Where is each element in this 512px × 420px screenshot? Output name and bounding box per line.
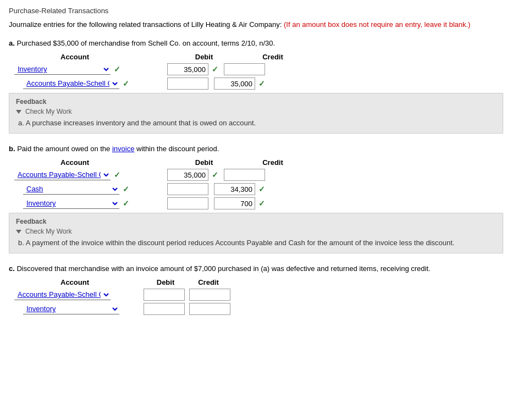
section-a-label: a. Purchased $35,000 of merchandise from… [9, 38, 503, 49]
debit-wrap-b1: ✓ [167, 169, 218, 181]
credit-input-b3[interactable] [214, 197, 255, 209]
credit-wrap-a2: ✓ [214, 78, 265, 90]
row-b-1: Accounts Payable-Schell Co. ✓ ✓ [14, 169, 503, 181]
row-c-2: Inventory [14, 303, 503, 315]
account-select-a2[interactable]: Accounts Payable-Schell Co. [23, 78, 119, 89]
account-select-c1[interactable]: Accounts Payable-Schell Co. [14, 289, 111, 300]
header-account-c: Account [14, 278, 135, 286]
feedback-title-a: Feedback [16, 98, 496, 106]
account-select-wrap-b1: Accounts Payable-Schell Co. ✓ [14, 169, 130, 180]
debit-input-b1[interactable] [167, 169, 208, 181]
debit-input-a2[interactable] [167, 78, 208, 90]
account-check-b1: ✓ [114, 170, 120, 179]
section-b-label: b. Paid the amount owed on the invoice w… [9, 143, 503, 154]
triangle-icon-a [16, 110, 21, 114]
row-b-3: Inventory ✓ ✓ [14, 197, 503, 209]
debit-wrap-a1: ✓ [167, 63, 218, 75]
account-select-a1[interactable]: Inventory [14, 64, 111, 75]
debit-wrap-c1 [144, 289, 185, 301]
invoice-link: invoice [112, 145, 134, 153]
credit-input-a2[interactable] [214, 78, 255, 90]
debit-wrap-b2 [167, 183, 208, 195]
credit-wrap-a1 [224, 63, 265, 75]
credit-input-c1[interactable] [189, 289, 230, 301]
account-select-wrap-b3: Inventory ✓ [14, 198, 130, 209]
header-account-b: Account [14, 158, 135, 167]
account-check-b2: ✓ [123, 185, 129, 194]
feedback-text-b: b. A payment of the invoice within the d… [16, 237, 496, 248]
page-title: Purchase-Related Transactions [9, 7, 503, 15]
row-b-2: Cash ✓ ✓ [14, 183, 503, 195]
check-my-work-label-b: Check My Work [25, 228, 71, 235]
debit-wrap-a2 [167, 78, 208, 90]
row-a-1: Inventory ✓ ✓ [14, 63, 503, 75]
account-select-wrap-a2: Accounts Payable-Schell Co. ✓ [14, 78, 130, 89]
account-select-c2[interactable]: Inventory [23, 303, 119, 314]
account-select-b1[interactable]: Accounts Payable-Schell Co. [14, 169, 111, 180]
debit-input-c2[interactable] [144, 303, 185, 315]
table-header-a: Account Debit Credit [14, 53, 503, 61]
header-debit-b: Debit [168, 158, 240, 167]
feedback-text-a: a. A purchase increases inventory and th… [16, 118, 496, 129]
account-select-b2[interactable]: Cash [23, 184, 119, 195]
triangle-icon-b [16, 230, 21, 234]
instructions: Journalize entries for the following rel… [9, 19, 503, 30]
account-select-wrap-c2: Inventory [14, 303, 130, 314]
header-debit-a: Debit [168, 53, 240, 61]
check-my-work-b[interactable]: Check My Work [16, 228, 496, 235]
header-account-a: Account [14, 53, 135, 61]
debit-input-c1[interactable] [144, 289, 185, 301]
feedback-title-b: Feedback [16, 218, 496, 225]
check-my-work-label-a: Check My Work [25, 108, 71, 115]
credit-wrap-b2: ✓ [214, 183, 265, 195]
credit-wrap-b1 [224, 169, 265, 181]
account-select-wrap-b2: Cash ✓ [14, 184, 130, 195]
debit-check-a1: ✓ [212, 65, 218, 74]
row-a-2: Accounts Payable-Schell Co. ✓ ✓ [14, 78, 503, 90]
credit-input-b2[interactable] [214, 183, 255, 195]
debit-input-a1[interactable] [167, 63, 208, 75]
account-select-wrap-c1: Accounts Payable-Schell Co. [14, 289, 130, 300]
credit-check-b2: ✓ [258, 185, 265, 194]
credit-input-c2[interactable] [189, 303, 230, 315]
section-c: c. Discovered that merchandise with an i… [9, 263, 503, 316]
section-a: a. Purchased $35,000 of merchandise from… [9, 38, 503, 134]
section-c-label: c. Discovered that merchandise with an i… [9, 263, 503, 274]
credit-wrap-c2 [189, 303, 230, 315]
feedback-box-a: Feedback Check My Work a. A purchase inc… [9, 93, 503, 134]
table-header-c: Account Debit Credit [14, 278, 503, 286]
instructions-highlight: (If an amount box does not require an en… [284, 20, 470, 29]
debit-wrap-c2 [144, 303, 185, 315]
debit-wrap-b3 [167, 197, 208, 209]
credit-input-a1[interactable] [224, 63, 265, 75]
account-check-a2: ✓ [123, 79, 129, 88]
credit-check-b3: ✓ [258, 199, 265, 208]
account-select-b3[interactable]: Inventory [23, 198, 119, 209]
debit-input-b2[interactable] [167, 183, 208, 195]
feedback-box-b: Feedback Check My Work b. A payment of t… [9, 213, 503, 253]
header-credit-c: Credit [189, 278, 228, 286]
account-select-wrap-a1: Inventory ✓ [14, 64, 130, 75]
account-check-b3: ✓ [123, 199, 129, 208]
credit-wrap-c1 [189, 289, 230, 301]
check-my-work-a[interactable]: Check My Work [16, 108, 496, 115]
debit-input-b3[interactable] [167, 197, 208, 209]
row-c-1: Accounts Payable-Schell Co. [14, 289, 503, 301]
table-header-b: Account Debit Credit [14, 158, 503, 167]
account-check-a1: ✓ [114, 65, 120, 74]
credit-input-b1[interactable] [224, 169, 265, 181]
header-credit-b: Credit [245, 158, 300, 167]
header-debit-c: Debit [146, 278, 185, 286]
header-credit-a: Credit [245, 53, 300, 61]
credit-wrap-b3: ✓ [214, 197, 265, 209]
credit-check-a2: ✓ [258, 79, 265, 88]
debit-check-b1: ✓ [212, 170, 218, 179]
section-b: b. Paid the amount owed on the invoice w… [9, 143, 503, 253]
